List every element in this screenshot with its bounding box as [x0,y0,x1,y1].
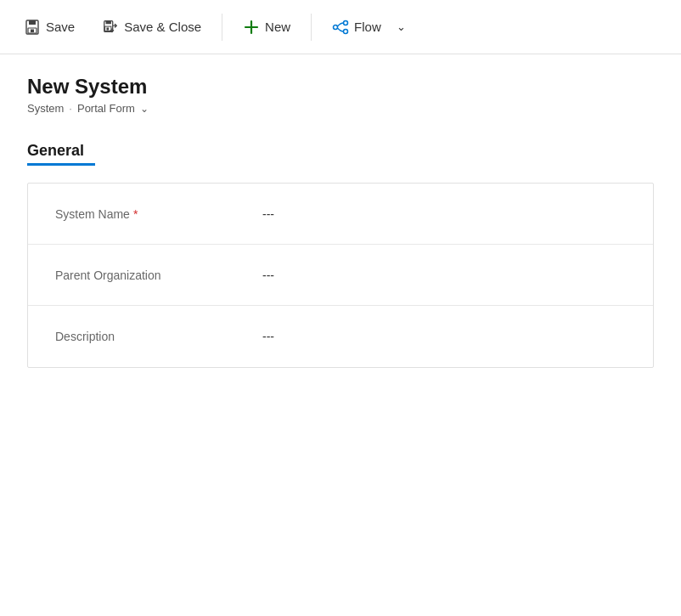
save-close-button[interactable]: Save & Close [92,12,211,42]
flow-group: Flow ⌄ [322,12,411,42]
flow-chevron-button[interactable]: ⌄ [391,14,411,40]
save-button[interactable]: Save [14,12,85,42]
breadcrumb-current[interactable]: Portal Form ⌄ [77,102,149,115]
section-underline [27,163,95,166]
svg-rect-5 [106,20,111,24]
svg-rect-7 [107,27,110,30]
description-label: Description [55,330,242,343]
toolbar-divider-2 [311,14,312,41]
new-button[interactable]: New [233,12,301,42]
new-label: New [265,20,290,34]
form-row-description: Description --- [28,306,653,367]
description-value[interactable]: --- [262,330,274,343]
chevron-down-icon: ⌄ [397,20,406,33]
breadcrumb-separator: · [69,102,72,115]
parent-org-label: Parent Organization [55,268,242,282]
svg-point-11 [344,20,348,25]
page-content: New System System · Portal Form ⌄ Genera… [0,54,681,388]
svg-rect-3 [31,29,34,32]
toolbar-divider-1 [222,14,222,41]
breadcrumb: System · Portal Form ⌄ [27,102,654,115]
flow-button[interactable]: Flow [322,12,391,42]
save-close-label: Save & Close [124,20,201,34]
breadcrumb-chevron-icon: ⌄ [140,103,149,115]
flow-icon [332,19,349,36]
save-icon [24,19,41,36]
toolbar: Save Save & Close New [0,0,681,54]
flow-label: Flow [354,20,381,34]
form-row-parent-org: Parent Organization --- [28,245,653,306]
system-name-label: System Name* [55,207,242,221]
form-card: System Name* --- Parent Organization ---… [27,183,654,368]
form-row-system-name: System Name* --- [28,184,653,245]
breadcrumb-parent: System [27,102,64,115]
system-name-required: * [133,207,138,221]
breadcrumb-current-label: Portal Form [77,102,135,115]
page-title: New System [27,75,654,99]
save-label: Save [46,20,75,34]
general-section-heading: General [27,142,654,160]
svg-rect-1 [29,20,36,25]
parent-org-value[interactable]: --- [262,268,274,282]
save-close-icon [102,19,119,36]
system-name-value[interactable]: --- [262,207,274,221]
svg-point-12 [344,29,348,33]
new-icon [243,19,260,36]
svg-point-10 [334,25,338,29]
